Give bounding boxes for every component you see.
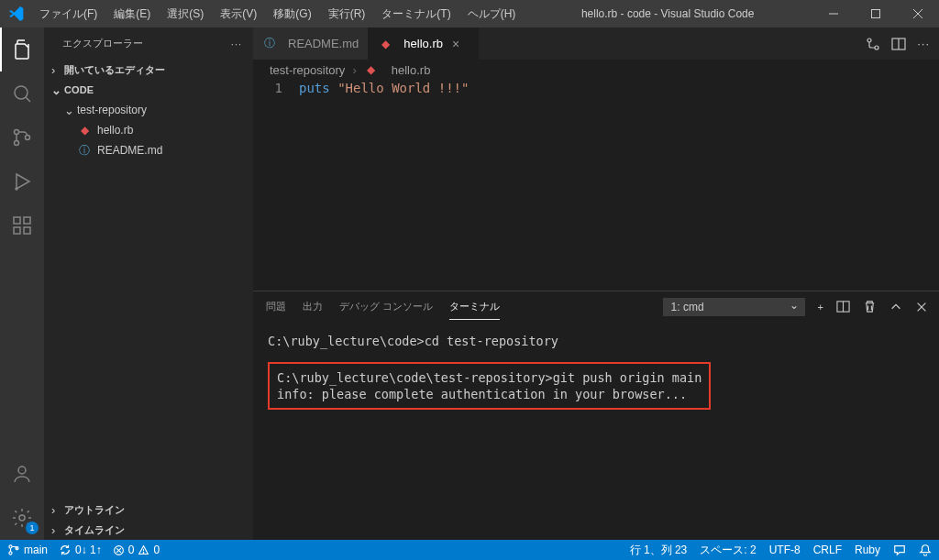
minimize-button[interactable] (812, 0, 855, 27)
highlighted-region: C:\ruby_lecture\code\test-repository>git… (268, 362, 711, 410)
panel-tab-problems[interactable]: 問題 (266, 294, 286, 319)
timeline-label: タイムライン (64, 523, 125, 537)
status-indent[interactable]: スペース: 2 (700, 543, 756, 558)
outline-section[interactable]: › アウトライン (44, 500, 253, 520)
chevron-down-icon: ⌄ (51, 83, 64, 97)
info-file-icon: ⓘ (77, 143, 92, 159)
menu-terminal[interactable]: ターミナル(T) (374, 3, 458, 26)
sync-counts: 0↓ 1↑ (75, 544, 102, 556)
sidebar-more-icon[interactable]: ··· (231, 38, 242, 49)
svg-point-16 (867, 38, 871, 42)
editor-more-icon[interactable]: ··· (917, 37, 930, 50)
open-editors-section[interactable]: › 開いているエディター (44, 60, 253, 80)
status-encoding[interactable]: UTF-8 (769, 544, 801, 556)
line-number: 1 (253, 80, 282, 97)
terminal-line: info: please complete authentication in … (277, 386, 701, 402)
folder-label: test-repository (77, 104, 147, 116)
extensions-icon[interactable] (0, 203, 44, 247)
terminal-line: C:\ruby_lecture\code\test-repository>git… (277, 369, 701, 386)
split-terminal-icon[interactable] (836, 300, 850, 313)
run-debug-icon[interactable] (0, 159, 44, 203)
accounts-icon[interactable] (0, 452, 44, 496)
code-editor[interactable]: puts "Hello World !!!" (299, 80, 939, 291)
chevron-right-icon: › (51, 523, 64, 537)
file-label: hello.rb (97, 124, 133, 137)
menu-view[interactable]: 表示(V) (213, 3, 264, 26)
open-editors-label: 開いているエディター (64, 63, 165, 77)
settings-icon[interactable]: 1 (0, 496, 44, 540)
status-language[interactable]: Ruby (855, 544, 880, 556)
outline-label: アウトライン (64, 503, 125, 517)
tab-label: hello.rb (403, 37, 443, 50)
svg-rect-10 (14, 217, 20, 224)
new-terminal-icon[interactable]: + (818, 302, 823, 313)
tab-label: README.md (288, 37, 359, 50)
status-problems[interactable]: 0 0 (113, 544, 160, 556)
file-item-readme[interactable]: ⓘ README.md (44, 140, 253, 160)
ruby-file-icon: ◆ (378, 38, 392, 50)
menu-run[interactable]: 実行(R) (321, 3, 373, 26)
svg-point-25 (9, 552, 12, 555)
compare-changes-icon[interactable] (866, 37, 880, 51)
svg-rect-12 (24, 227, 30, 234)
source-control-icon[interactable] (0, 115, 44, 159)
menu-go[interactable]: 移動(G) (266, 3, 318, 26)
vscode-logo-icon (0, 6, 32, 21)
close-panel-icon[interactable] (915, 301, 928, 313)
chevron-right-icon: › (51, 503, 64, 517)
workspace-label: CODE (64, 84, 94, 95)
kill-terminal-icon[interactable] (863, 300, 877, 313)
maximize-panel-icon[interactable] (889, 301, 902, 313)
svg-line-5 (26, 97, 30, 102)
svg-point-8 (26, 136, 30, 140)
svg-rect-1 (872, 10, 880, 18)
ruby-file-icon: ◆ (77, 124, 92, 137)
status-sync[interactable]: 0↓ 1↑ (59, 544, 102, 556)
menu-select[interactable]: 選択(S) (160, 3, 211, 26)
panel-tab-output[interactable]: 出力 (303, 294, 323, 319)
svg-point-7 (15, 141, 19, 146)
search-icon[interactable] (0, 71, 44, 115)
file-label: README.md (97, 144, 162, 157)
terminal-line: C:\ruby_lecture\code>cd test-repository (268, 333, 924, 349)
menu-edit[interactable]: 編集(E) (106, 3, 158, 26)
chevron-right-icon: › (352, 63, 356, 77)
close-icon[interactable]: × (452, 37, 459, 51)
maximize-button[interactable] (855, 0, 897, 27)
menu-help[interactable]: ヘルプ(H) (460, 3, 524, 26)
settings-badge: 1 (26, 522, 39, 534)
info-file-icon: ⓘ (262, 36, 277, 51)
panel-tab-debug[interactable]: デバッグ コンソール (339, 294, 433, 319)
breadcrumb-file[interactable]: hello.rb (392, 63, 431, 77)
string-literal: "Hello World !!!" (337, 81, 469, 95)
feedback-icon[interactable] (893, 544, 906, 556)
file-item-hello[interactable]: ◆ hello.rb (44, 120, 253, 140)
explorer-icon[interactable] (0, 27, 44, 71)
window-title: hello.rb - code - Visual Studio Code (523, 7, 812, 20)
panel-tab-terminal[interactable]: ターミナル (449, 294, 500, 320)
terminal-output[interactable]: C:\ruby_lecture\code>cd test-repository … (253, 322, 939, 540)
chevron-down-icon: ⌄ (64, 104, 77, 117)
svg-point-6 (15, 130, 19, 135)
status-eol[interactable]: CRLF (813, 544, 842, 556)
tab-readme[interactable]: ⓘ README.md (253, 27, 369, 60)
workspace-section[interactable]: ⌄ CODE (44, 80, 253, 100)
status-cursor[interactable]: 行 1、列 23 (630, 543, 688, 558)
timeline-section[interactable]: › タイムライン (44, 520, 253, 540)
svg-point-31 (143, 552, 144, 553)
svg-point-17 (875, 46, 878, 49)
folder-item[interactable]: ⌄ test-repository (44, 100, 253, 120)
tab-hello[interactable]: ◆ hello.rb × (369, 27, 479, 60)
split-editor-icon[interactable] (891, 37, 906, 51)
breadcrumb-folder[interactable]: test-repository (270, 63, 345, 77)
close-button[interactable] (897, 0, 939, 27)
svg-point-4 (15, 86, 28, 99)
terminal-shell-select[interactable]: 1: cmd (663, 298, 805, 316)
notifications-icon[interactable] (919, 544, 932, 556)
menu-file[interactable]: ファイル(F) (32, 3, 105, 26)
status-branch[interactable]: main (7, 544, 48, 556)
svg-point-14 (18, 467, 26, 474)
svg-rect-13 (24, 217, 30, 224)
keyword: puts (299, 81, 330, 95)
svg-point-24 (9, 545, 12, 548)
